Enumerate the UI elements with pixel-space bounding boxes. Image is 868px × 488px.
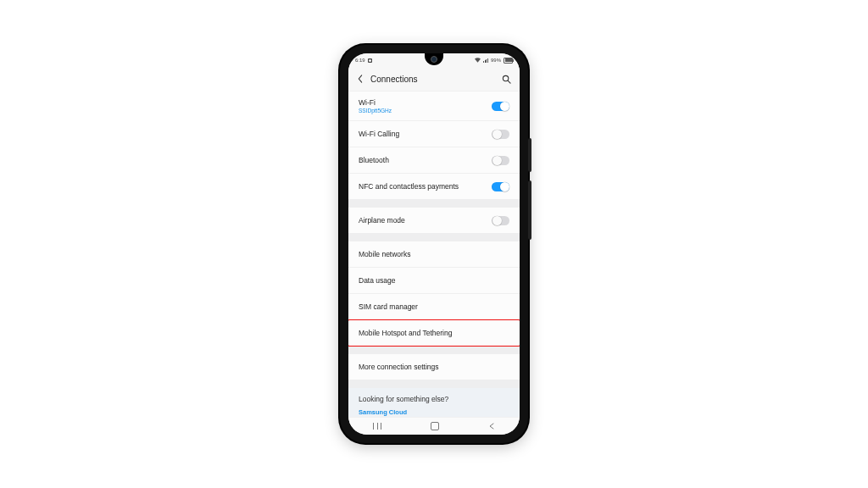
row-data-usage[interactable]: Data usage (348, 267, 520, 293)
nav-back-button[interactable] (488, 423, 495, 430)
camera-indicator-icon (368, 58, 372, 63)
page-title: Connections (370, 75, 418, 84)
section-divider (348, 346, 520, 354)
app-bar: Connections (348, 67, 520, 92)
status-time: 6:19 (355, 58, 365, 63)
nav-recents-button[interactable] (373, 423, 381, 430)
row-label: More connection settings (359, 363, 439, 371)
canvas: 6:19 99% Connection (0, 0, 868, 488)
row-bluetooth[interactable]: Bluetooth (348, 147, 520, 173)
airplane-toggle[interactable] (492, 216, 509, 225)
android-nav-bar (348, 417, 520, 435)
row-wifi[interactable]: Wi-Fi SSIDptt5GHz (348, 92, 520, 120)
nav-home-button[interactable] (431, 422, 439, 430)
row-label: Data usage (359, 276, 395, 285)
hint-link-samsung-cloud[interactable]: Samsung Cloud (359, 408, 509, 416)
volume-button (528, 180, 531, 240)
row-label: SIM card manager (359, 302, 418, 311)
wifi-toggle[interactable] (492, 102, 509, 111)
row-label: Bluetooth (359, 156, 389, 164)
row-nfc[interactable]: NFC and contactless payments (348, 173, 520, 199)
bluetooth-toggle[interactable] (492, 156, 509, 165)
row-mobile-hotspot[interactable]: Mobile Hotspot and Tethering (348, 319, 520, 346)
signal-icon (483, 58, 488, 63)
row-label: NFC and contactless payments (359, 182, 459, 191)
row-label: Airplane mode (359, 216, 405, 225)
row-sim-manager[interactable]: SIM card manager (348, 293, 520, 319)
section-divider (348, 233, 520, 241)
section-divider (348, 199, 520, 208)
row-label: Mobile Hotspot and Tethering (359, 329, 452, 337)
wifi-calling-toggle[interactable] (492, 130, 509, 139)
front-camera (431, 56, 437, 63)
phone-mockup: 6:19 99% Connection (340, 45, 528, 443)
svg-point-0 (503, 75, 508, 80)
row-airplane-mode[interactable]: Airplane mode (348, 208, 520, 233)
row-label: Mobile networks (359, 250, 410, 258)
section-divider (348, 380, 520, 388)
battery-icon (504, 58, 513, 64)
row-label: Wi-Fi (359, 98, 392, 107)
battery-pct: 99% (491, 58, 501, 63)
phone-screen: 6:19 99% Connection (348, 53, 520, 435)
search-button[interactable] (502, 75, 511, 84)
row-more-connection-settings[interactable]: More connection settings (348, 354, 520, 380)
back-button[interactable] (357, 75, 364, 83)
hint-question: Looking for something else? (359, 395, 509, 403)
settings-list: Wi-Fi SSIDptt5GHz Wi-Fi Calling Bluetoot… (348, 92, 520, 417)
power-button (528, 138, 531, 172)
row-label: Wi-Fi Calling (359, 130, 399, 138)
wifi-icon (475, 58, 481, 64)
row-mobile-networks[interactable]: Mobile networks (348, 241, 520, 267)
row-wifi-calling[interactable]: Wi-Fi Calling (348, 120, 520, 147)
row-subtitle: SSIDptt5GHz (359, 108, 392, 114)
nfc-toggle[interactable] (492, 182, 509, 191)
hint-section: Looking for something else? Samsung Clou… (348, 388, 520, 417)
